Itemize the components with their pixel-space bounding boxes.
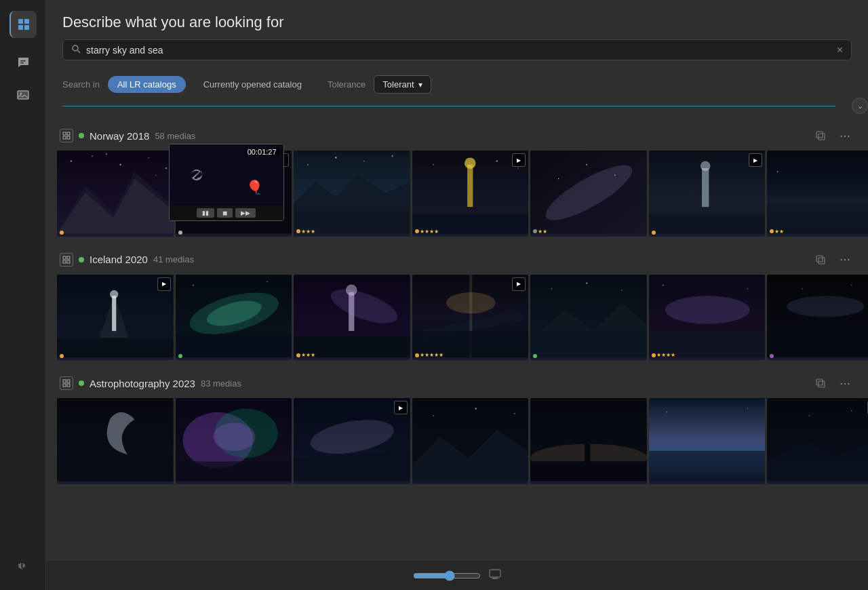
svg-rect-66 [57,338,173,357]
svg-point-124 [584,438,591,445]
header: Describe what you are looking for × [46,0,868,68]
rating-bar: ★★★★ [415,229,439,235]
media-grid-norway: ▶ 00:01:27 🎈 ▮▮ ◼ ▶▶ [57,151,857,234]
zoom-slider[interactable] [413,570,481,581]
media-item[interactable] [412,398,529,484]
media-item[interactable]: ▶ [57,275,174,361]
svg-rect-102 [63,384,66,387]
media-item[interactable] [57,398,174,484]
svg-point-94 [747,288,748,289]
media-item[interactable]: ★★★ [294,151,410,237]
svg-point-35 [392,155,393,157]
svg-rect-97 [768,327,868,357]
ctrl-btn-2[interactable]: ◼ [217,208,233,218]
color-dot [60,231,64,235]
ctrl-btn-3[interactable]: ▶▶ [235,208,256,218]
tolerance-dropdown[interactable]: Tolerant ▾ [374,75,431,94]
media-item[interactable]: ▶ [294,398,410,484]
search-input[interactable] [86,45,831,56]
results-content: Norway 2018 58 medias ⋯ [46,115,868,560]
color-dot [652,231,656,235]
media-item[interactable] [530,275,647,361]
catalog-icon-astro [60,376,73,390]
catalog-header-right-norway: ⋯ [811,126,854,145]
star-rating: ★★★ [301,229,315,235]
catalog-header-left: Iceland 2020 41 medias [60,253,194,267]
rating-bar: ★★ [770,229,784,235]
catalog-icon-iceland [60,253,73,267]
more-button-norway[interactable]: ⋯ [835,126,854,145]
svg-rect-1 [24,19,29,24]
all-catalogs-button[interactable]: All LR catalogs [108,76,186,93]
catalog-count-astro: 83 medias [201,378,241,389]
copy-button-norway[interactable] [811,126,830,145]
video-badge: ▶ [157,277,171,291]
catalog-count-iceland: 41 medias [153,254,194,264]
media-item[interactable]: ▶ ★★★★ [412,151,529,237]
color-dot [296,229,300,233]
sidebar-item-grid[interactable] [9,11,37,38]
svg-rect-112 [176,462,292,481]
current-catalog-button[interactable]: Currently opened catalog [194,76,311,93]
catalog-dot-iceland [79,257,84,262]
ctrl-btn-1[interactable]: ▮▮ [197,208,214,218]
svg-point-32 [307,164,309,165]
tooltip-controls: ▮▮ ◼ ▶▶ [170,205,283,220]
rating-bar [770,354,774,358]
sidebar-item-chat[interactable] [9,49,37,76]
svg-rect-49 [702,168,709,207]
media-item[interactable]: ★★ [767,151,868,237]
sidebar-item-gallery[interactable] [9,81,37,109]
svg-point-9 [73,45,78,51]
monitor-icon[interactable] [489,568,501,583]
media-item[interactable]: ★★★ [294,275,410,361]
media-item[interactable] [767,275,868,361]
video-badge: ▶ [394,401,408,414]
rating-bar: ★★★★★ [415,352,443,358]
sidebar [0,0,46,590]
rating-bar [60,354,64,358]
media-item[interactable]: ▶ 00:01:27 🎈 ▮▮ ◼ ▶▶ [176,151,292,237]
collapse-button[interactable]: ⌄ [852,98,868,114]
svg-rect-4 [20,60,26,62]
color-dot [178,354,182,358]
star-rating: ★★★★ [420,229,439,235]
media-item[interactable]: ★★★★ [649,275,766,361]
svg-rect-6 [18,91,28,99]
more-button-iceland[interactable]: ⋯ [835,250,854,269]
settings-button[interactable] [9,552,37,579]
media-item[interactable] [57,151,174,237]
svg-point-50 [701,161,711,172]
svg-point-96 [787,296,865,317]
search-in-label: Search in [62,79,100,90]
media-grid-astro: ▶ [57,398,857,481]
media-item[interactable] [176,398,292,484]
tolerance-label: Tolerance [328,79,366,90]
copy-button-astro[interactable] [811,374,830,393]
color-dot [770,354,774,358]
svg-line-10 [78,51,81,54]
media-item[interactable]: ▶ [767,398,868,484]
svg-rect-11 [63,132,66,135]
svg-rect-13 [63,136,66,139]
search-clear-button[interactable]: × [837,45,843,56]
svg-point-38 [465,157,476,169]
filters-bar: Search in All LR catalogs Currently open… [46,68,868,94]
svg-rect-127 [649,451,765,481]
svg-point-118 [433,415,433,416]
copy-button-iceland[interactable] [811,250,830,269]
media-item[interactable] [649,398,766,484]
media-item[interactable] [530,398,647,484]
media-grid-iceland: ▶ [57,275,857,358]
svg-point-133 [851,410,852,412]
svg-point-46 [586,164,587,165]
media-item[interactable]: ★★ [530,151,647,237]
media-item[interactable] [176,275,292,361]
media-item[interactable]: ▶ [649,151,766,237]
svg-point-54 [777,171,778,172]
media-item[interactable]: ▶ ★★★★★ [412,275,529,361]
more-button-astro[interactable]: ⋯ [835,374,854,393]
catalog-header-astro: Astrophotography 2023 83 medias ⋯ [57,368,857,398]
svg-rect-16 [816,132,823,138]
svg-rect-101 [67,380,70,382]
